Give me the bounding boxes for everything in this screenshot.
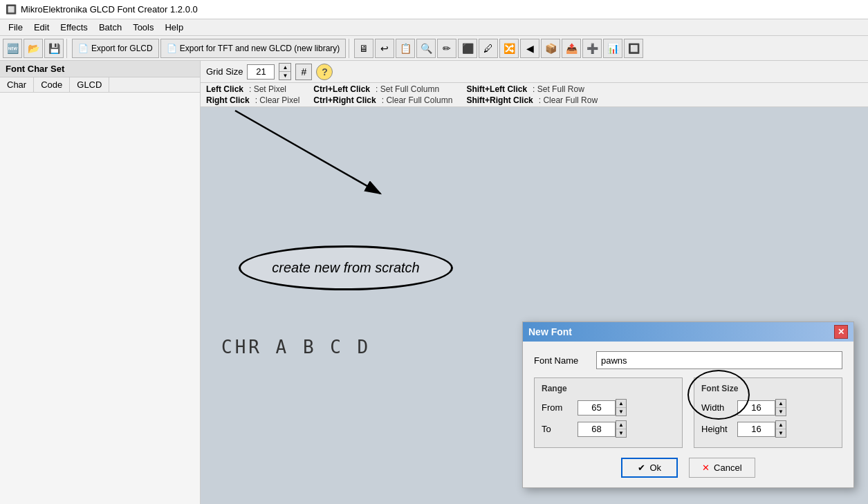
grid-hash-btn[interactable]: # bbox=[295, 64, 312, 80]
font-size-section: Font Size Width ▲ ▼ bbox=[694, 377, 842, 448]
export-tft-icon: 📄 bbox=[167, 44, 177, 53]
toolbar-sep1 bbox=[66, 39, 69, 58]
menu-tools[interactable]: Tools bbox=[127, 21, 159, 34]
font-name-input[interactable] bbox=[596, 351, 842, 369]
dialog-close-btn[interactable]: ✕ bbox=[834, 325, 848, 339]
app-title: MikroElektronika GLCD Font Creator 1.2.0… bbox=[21, 4, 198, 15]
range-section-title: Range bbox=[542, 384, 675, 393]
export-tft-label: Export for TFT and new GLCD (new library… bbox=[180, 44, 340, 53]
toolbar-btn7[interactable]: ⬛ bbox=[458, 39, 477, 58]
cancel-x-icon: ✕ bbox=[702, 463, 710, 473]
shift-left-desc: : Set Full Row bbox=[533, 84, 584, 94]
font-name-label: Font Name bbox=[534, 355, 596, 366]
to-input[interactable] bbox=[578, 422, 616, 437]
toolbar-btn13[interactable]: ➕ bbox=[582, 39, 602, 58]
grid-size-input[interactable] bbox=[247, 64, 275, 80]
from-up[interactable]: ▲ bbox=[616, 400, 626, 408]
toolbar-export-glcd-btn[interactable]: 📄 Export for GLCD bbox=[72, 39, 159, 58]
grid-size-down[interactable]: ▼ bbox=[279, 72, 290, 80]
menu-help[interactable]: Help bbox=[159, 21, 189, 34]
height-spin[interactable]: ▲ ▼ bbox=[775, 420, 786, 438]
svg-line-0 bbox=[235, 111, 380, 194]
toolbar-new-btn[interactable]: 🆕 bbox=[3, 39, 22, 58]
toolbar-btn8[interactable]: 🖊 bbox=[479, 39, 498, 58]
left-panel: Font Char Set Char Code GLCD bbox=[0, 61, 201, 504]
ctrl-left-desc: : Set Full Column bbox=[376, 84, 439, 94]
dialog-sections: Range From ▲ ▼ T bbox=[534, 377, 842, 448]
width-up[interactable]: ▲ bbox=[776, 400, 786, 408]
ctrl-left-row: Ctrl+Left Click : Set Full Column bbox=[313, 84, 452, 94]
toolbar-save-btn[interactable]: 💾 bbox=[44, 39, 64, 58]
grid-size-bar: Grid Size ▲ ▼ # ? bbox=[201, 61, 868, 83]
grid-size-spin[interactable]: ▲ ▼ bbox=[279, 63, 291, 80]
toolbar-btn4[interactable]: 📋 bbox=[396, 39, 415, 58]
ok-checkmark-icon: ✔ bbox=[638, 463, 645, 473]
toolbar-btn14[interactable]: 📊 bbox=[603, 39, 622, 58]
right-click-row: Right Click : Clear Pixel bbox=[206, 95, 299, 105]
toolbar-btn10[interactable]: ◀ bbox=[520, 39, 539, 58]
cancel-button[interactable]: ✕ Cancel bbox=[689, 458, 755, 478]
height-up[interactable]: ▲ bbox=[776, 421, 786, 429]
shift-right-label: Shift+Right Click bbox=[466, 95, 533, 105]
menu-file[interactable]: File bbox=[3, 21, 28, 34]
toolbar-btn11[interactable]: 📦 bbox=[541, 39, 560, 58]
cancel-label: Cancel bbox=[714, 463, 741, 473]
canvas-area[interactable]: create new from scratch CHR A B C D New … bbox=[201, 107, 868, 489]
toolbar-open-btn[interactable]: 📂 bbox=[24, 39, 43, 58]
left-panel-header: Font Char Set bbox=[0, 61, 200, 77]
char-glyphs-display: CHR A B C D bbox=[221, 335, 371, 358]
main-layout: Font Char Set Char Code GLCD Grid Size ▲… bbox=[0, 61, 868, 504]
toolbar-btn15[interactable]: 🔲 bbox=[624, 39, 643, 58]
ctrl-right-label: Ctrl+Right Click bbox=[313, 95, 376, 105]
ok-button[interactable]: ✔ Ok bbox=[621, 458, 678, 478]
range-section: Range From ▲ ▼ T bbox=[534, 377, 683, 448]
col-glcd: GLCD bbox=[70, 77, 109, 92]
grid-help-btn[interactable]: ? bbox=[316, 64, 333, 80]
toolbar-btn12[interactable]: 📤 bbox=[562, 39, 581, 58]
left-click-row: Left Click : Set Pixel bbox=[206, 84, 299, 94]
to-down[interactable]: ▼ bbox=[616, 429, 626, 437]
to-spin[interactable]: ▲ ▼ bbox=[616, 420, 627, 438]
right-click-label: Right Click bbox=[206, 95, 250, 105]
shift-left-row: Shift+Left Click : Set Full Row bbox=[466, 84, 598, 94]
left-click-label: Left Click bbox=[206, 84, 243, 94]
menu-bar: File Edit Effects Batch Tools Help bbox=[0, 19, 868, 36]
from-spin[interactable]: ▲ ▼ bbox=[616, 399, 627, 416]
dialog-title: New Font bbox=[528, 326, 572, 337]
font-size-section-title: Font Size bbox=[701, 384, 835, 393]
grid-size-up[interactable]: ▲ bbox=[279, 64, 290, 72]
app-icon: 🔲 bbox=[6, 4, 17, 15]
title-bar: 🔲 MikroElektronika GLCD Font Creator 1.2… bbox=[0, 0, 868, 19]
toolbar-export-tft-btn[interactable]: 📄 Export for TFT and new GLCD (new libra… bbox=[160, 39, 347, 58]
dialog-buttons: ✔ Ok ✕ Cancel bbox=[534, 458, 842, 478]
from-label: From bbox=[542, 402, 578, 413]
shift-right-desc: : Clear Full Row bbox=[539, 95, 598, 105]
ctrl-left-label: Ctrl+Left Click bbox=[313, 84, 370, 94]
toolbar-btn3[interactable]: 🖥 bbox=[354, 39, 373, 58]
width-input[interactable] bbox=[737, 400, 775, 416]
height-input[interactable] bbox=[737, 422, 775, 437]
to-label: To bbox=[542, 424, 578, 434]
toolbar-btn6[interactable]: ✏ bbox=[437, 39, 456, 58]
menu-edit[interactable]: Edit bbox=[28, 21, 55, 34]
width-spin[interactable]: ▲ ▼ bbox=[775, 399, 786, 416]
toolbar-btn9[interactable]: 🔀 bbox=[499, 39, 519, 58]
width-down[interactable]: ▼ bbox=[776, 408, 786, 416]
right-panel: Grid Size ▲ ▼ # ? Left Click : Set Pixel… bbox=[201, 61, 868, 504]
to-up[interactable]: ▲ bbox=[616, 421, 626, 429]
right-click-desc: : Clear Pixel bbox=[255, 95, 300, 105]
col-char: Char bbox=[0, 77, 34, 92]
toolbar-btn5[interactable]: 🔍 bbox=[416, 39, 436, 58]
height-label: Height bbox=[701, 424, 737, 434]
annotation-oval: create new from scratch bbox=[239, 245, 453, 290]
height-row: Height ▲ ▼ bbox=[701, 420, 835, 438]
menu-effects[interactable]: Effects bbox=[55, 21, 93, 34]
toolbar-undo-btn[interactable]: ↩ bbox=[375, 39, 394, 58]
left-panel-content bbox=[0, 93, 200, 504]
dialog-title-bar: New Font ✕ bbox=[523, 322, 853, 342]
menu-batch[interactable]: Batch bbox=[93, 21, 127, 34]
height-down[interactable]: ▼ bbox=[776, 429, 786, 437]
to-row: To ▲ ▼ bbox=[542, 420, 675, 438]
from-input[interactable] bbox=[578, 400, 616, 416]
from-down[interactable]: ▼ bbox=[616, 408, 626, 416]
